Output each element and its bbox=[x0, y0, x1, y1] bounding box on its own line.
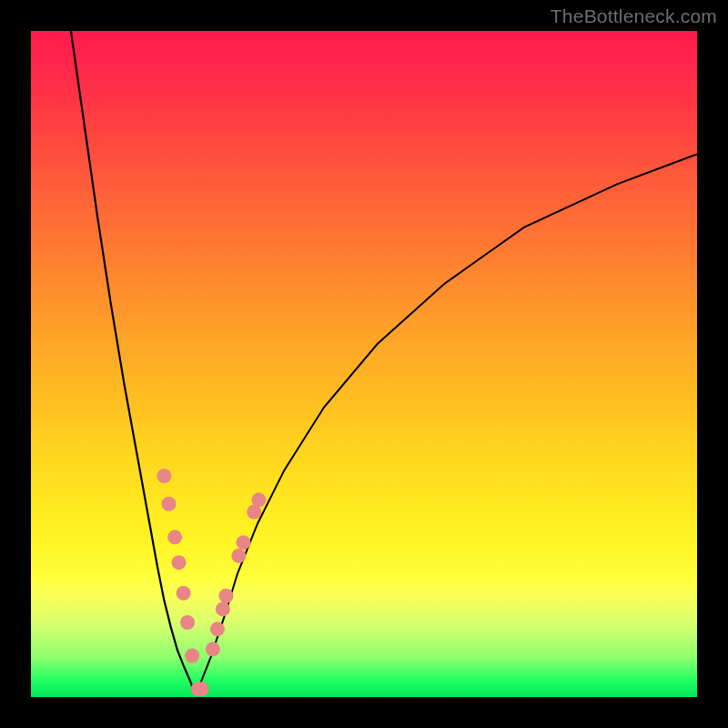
marker-point bbox=[180, 615, 195, 630]
marker-group bbox=[157, 469, 266, 696]
marker-point bbox=[237, 535, 251, 550]
marker-point bbox=[162, 497, 177, 511]
chart-svg bbox=[31, 31, 697, 697]
marker-point bbox=[216, 602, 230, 616]
marker-point bbox=[251, 492, 266, 507]
marker-point bbox=[185, 649, 199, 663]
marker-point bbox=[206, 642, 220, 656]
curve-left-branch bbox=[71, 31, 195, 693]
marker-point bbox=[177, 586, 191, 601]
marker-point bbox=[167, 530, 182, 544]
marker-point bbox=[218, 589, 233, 603]
marker-point bbox=[231, 549, 246, 563]
chart-outer-frame: TheBottleneck.com bbox=[0, 0, 728, 728]
marker-point bbox=[194, 682, 208, 696]
chart-gradient-area bbox=[31, 31, 697, 697]
marker-point bbox=[210, 622, 225, 636]
curve-right-branch bbox=[195, 154, 697, 693]
watermark-text: TheBottleneck.com bbox=[551, 5, 717, 27]
marker-point bbox=[172, 555, 187, 570]
marker-point bbox=[157, 469, 171, 483]
